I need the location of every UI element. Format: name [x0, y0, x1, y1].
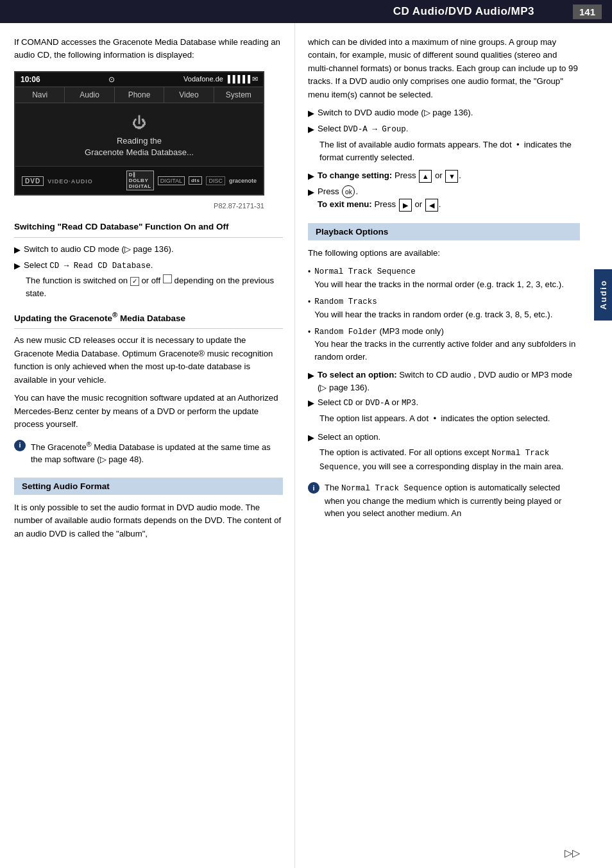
select-an-option-text: Select an option.: [318, 431, 580, 444]
intro-paragraph: If COMAND accesses the Gracenote Media D…: [14, 36, 283, 62]
select-cd-text: Select CD or DVD-A or MP3.: [318, 396, 580, 410]
press-ok-text: Press ok. To exit menu: Press ▶ or ◀.: [318, 185, 580, 212]
list-item: • Normal Track Sequence You will hear th…: [308, 265, 580, 291]
arrow-icon: ▶: [308, 186, 314, 199]
section3-box-heading: Setting Audio Format: [14, 478, 283, 495]
section1-bullets: ▶ Switch to audio CD mode (▷ page 136). …: [14, 243, 283, 272]
page-title: CD Audio/DVD Audio/MP3: [0, 5, 573, 18]
right-bullets1: ▶ Switch to DVD audio mode (▷ page 136).…: [308, 106, 580, 135]
section2-para2: You can have the music recognition softw…: [14, 392, 283, 431]
digital-badge: DIGITAL: [158, 176, 185, 185]
disc-logo: DISC: [206, 176, 225, 185]
forward-arrow-icon: ▷▷: [565, 847, 580, 859]
info-text-1: The Gracenote® Media Database is updated…: [31, 439, 283, 466]
change-setting-bullet: ▶ To change setting: Press ▲ or ▼. ▶ Pre…: [308, 169, 580, 212]
list-item: ▶ Switch to DVD audio mode (▷ page 136).: [308, 106, 580, 120]
info-text-2: The Normal Track Sequence option is auto…: [325, 481, 580, 520]
nav-video[interactable]: Video: [164, 87, 214, 103]
down-arrow-button[interactable]: ▼: [445, 170, 458, 183]
playback-options-list: • Normal Track Sequence You will hear th…: [308, 265, 580, 363]
back-button[interactable]: ◀: [425, 199, 438, 212]
up-arrow-button[interactable]: ▲: [419, 170, 432, 183]
reading-text: Reading the Gracenote Media Database...: [22, 135, 257, 158]
arrow-icon: ▶: [308, 107, 314, 120]
arrow-icon: ▶: [308, 369, 314, 382]
section2-heading: Updating the Gracenote® Media Database: [14, 310, 283, 324]
section2-para1: As new music CD releases occur it is nec…: [14, 334, 283, 387]
audio-tab: Audio: [594, 269, 612, 321]
device-disc-icon: ⊙: [108, 75, 115, 84]
info-icon: i: [14, 440, 26, 451]
device-footer: DVD VIDEO·AUDIO D∥DOLBYDIGITAL DIGITAL d…: [15, 166, 263, 194]
arrow-icon: ▶: [308, 397, 314, 410]
list-item: ▶ To select an option: Switch to CD audi…: [308, 369, 580, 394]
list-item: • Random Folder (MP3 mode only) You hear…: [308, 325, 580, 363]
section1-divider: [14, 237, 283, 238]
device-body: ⏻ Reading the Gracenote Media Database..…: [15, 103, 263, 166]
info-icon: i: [308, 482, 319, 494]
nav-system[interactable]: System: [214, 87, 263, 103]
device-time: 10:06: [21, 75, 40, 84]
list-item: ▶ Switch to audio CD mode (▷ page 136).: [14, 243, 283, 256]
nav-phone[interactable]: Phone: [115, 87, 164, 103]
bullet-text: Switch to audio CD mode (▷ page 136).: [24, 243, 283, 256]
bullet-text: Select CD → Read CD Database.: [24, 259, 283, 272]
bullet-text: Select DVD-A → Group.: [318, 122, 580, 136]
signal-icon: ▐▐▐▐▐ ✉: [225, 75, 258, 83]
playback-options-heading: Playback Options: [308, 223, 580, 240]
list-item: ▶ To change setting: Press ▲ or ▼.: [308, 169, 580, 183]
right-intro: which can be divided into a maximum of n…: [308, 36, 580, 101]
select-option-bullet2: ▶ Select an option.: [308, 431, 580, 444]
list-item: ▶ Select an option.: [308, 431, 580, 444]
dot-icon: •: [308, 326, 310, 338]
option-normal: Normal Track Sequence You will hear the …: [314, 265, 564, 291]
dolby-logo: D∥DOLBYDIGITAL: [126, 171, 154, 190]
dot-icon: •: [308, 296, 310, 308]
arrow-icon: ▶: [308, 431, 314, 444]
nav-audio[interactable]: Audio: [65, 87, 114, 103]
device-network: Vodafone.de ▐▐▐▐▐ ✉: [183, 75, 258, 83]
dvd-logo: DVD VIDEO·AUDIO: [22, 177, 93, 185]
list-item: ▶ Select CD or DVD-A or MP3.: [308, 396, 580, 410]
checkbox-checked: [130, 277, 139, 286]
checkbox-unchecked: [163, 274, 172, 283]
dot-icon: •: [308, 266, 310, 278]
header-bar: CD Audio/DVD Audio/MP3 141: [0, 0, 612, 23]
option-mono: Normal Track Sequence: [314, 267, 416, 276]
list-item: ▶ Select DVD-A → Group.: [308, 122, 580, 136]
option-mono: Random Tracks: [314, 297, 377, 306]
device-caption: P82.87-2171-31: [14, 202, 264, 210]
section2-divider: [14, 328, 283, 329]
dts-logo: dts: [189, 176, 203, 185]
option-random-tracks: Random Tracks You will hear the tracks i…: [314, 295, 552, 321]
option-list-text: The option list appears. A dot • indicat…: [319, 412, 580, 425]
arrow-icon: ▶: [308, 170, 314, 183]
disc-icon: ⏻: [22, 115, 257, 131]
bullet-text: Switch to DVD audio mode (▷ page 136).: [318, 106, 580, 119]
option-random-folder: Random Folder (MP3 mode only) You hear t…: [314, 325, 580, 363]
arrow-icon: ▶: [14, 244, 21, 256]
list-item: ▶ Press ok. To exit menu: Press ▶ or ◀.: [308, 185, 580, 212]
activated-text: The option is activated. For all options…: [319, 446, 580, 474]
info-box-1: i The Gracenote® Media Database is updat…: [14, 439, 283, 466]
arrow-icon: ▶: [14, 260, 21, 272]
arrow-icon: ▶: [308, 123, 314, 136]
forward-button[interactable]: ▶: [399, 199, 412, 212]
info-box-2: i The Normal Track Sequence option is au…: [308, 481, 580, 520]
list-item: • Random Tracks You will hear the tracks…: [308, 295, 580, 321]
device-top-bar: 10:06 ⊙ Vodafone.de ▐▐▐▐▐ ✉: [15, 72, 263, 87]
nav-navi[interactable]: Navi: [15, 87, 65, 103]
select-option-text: To select an option: Switch to CD audio …: [318, 369, 580, 394]
list-text1: The list of available audio formats appe…: [319, 138, 580, 165]
section1-heading: Switching "Read CD Database" Function On…: [14, 221, 283, 233]
playback-intro: The following options are available:: [308, 247, 580, 260]
ok-button[interactable]: ok: [342, 185, 355, 198]
device-screen: 10:06 ⊙ Vodafone.de ▐▐▐▐▐ ✉ Navi Audio P…: [14, 71, 264, 196]
function-text: The function is switched on or off depen…: [26, 274, 283, 300]
gracenote-logo: gracenote: [229, 178, 257, 184]
logo-badges: D∥DOLBYDIGITAL DIGITAL dts DISC gracenot…: [126, 171, 257, 190]
right-column: which can be divided into a maximum of n…: [295, 23, 612, 868]
section3-para1: It is only possible to set the audio for…: [14, 501, 283, 540]
change-setting-text: To change setting: Press ▲ or ▼.: [318, 169, 580, 183]
option-mono: Random Folder: [314, 328, 377, 337]
